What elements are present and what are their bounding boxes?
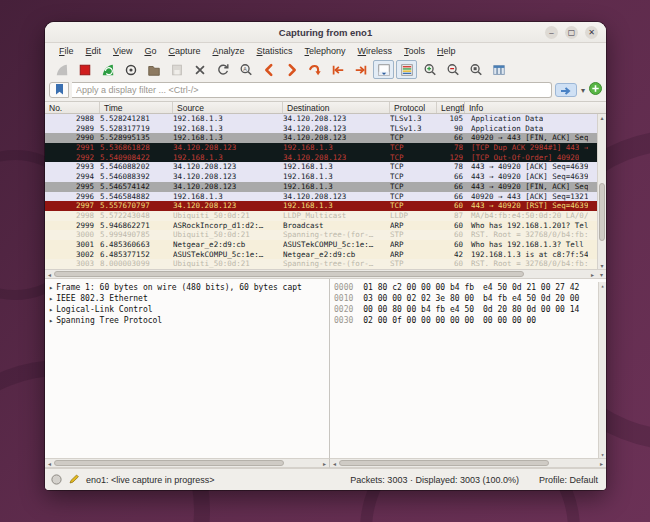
titlebar[interactable]: Capturing from eno1 –▢✕ (45, 22, 606, 43)
close-button[interactable]: ✕ (585, 26, 598, 39)
menu-view[interactable]: View (107, 46, 138, 56)
hex-offset: 0010 (334, 294, 363, 303)
packet-row-3000[interactable]: 30005.999490785Ubiquiti_50:0d:21Spanning… (45, 230, 597, 240)
bytes-hscrollbar[interactable]: ◂ ▸ (330, 458, 606, 468)
capture-stop-button[interactable] (74, 60, 95, 79)
capture-restart-button[interactable] (97, 60, 118, 79)
column-header-info[interactable]: Info (465, 102, 606, 113)
packet-row-2993[interactable]: 29935.54608820234.120.208.123192.168.1.3… (45, 162, 597, 172)
menu-wireless[interactable]: Wireless (352, 46, 399, 56)
menu-go[interactable]: Go (138, 46, 162, 56)
packet-row-3002[interactable]: 30026.485377152ASUSTekCOMPU_5c:1e:…Netge… (45, 250, 597, 260)
cell-proto: TCP (390, 143, 437, 153)
filter-dropdown-caret[interactable]: ▾ (580, 86, 586, 95)
expand-arrow-icon[interactable]: ▸ (47, 284, 56, 292)
column-header-destination[interactable]: Destination (283, 102, 390, 113)
cell-src: Ubiquiti_50:0d:21 (173, 211, 283, 221)
packet-row-2999[interactable]: 29995.946862271ASRockIncorp_d1:d2:…Broad… (45, 221, 597, 231)
capture-stop-icon (78, 63, 92, 77)
menu-help[interactable]: Help (431, 46, 462, 56)
profile-text[interactable]: Profile: Default (539, 475, 598, 485)
go-last-button[interactable] (350, 60, 371, 79)
packet-row-2994[interactable]: 29945.54608839234.120.208.123192.168.1.3… (45, 172, 597, 182)
expand-arrow-icon[interactable]: ▸ (47, 295, 56, 303)
expand-arrow-icon[interactable]: ▸ (47, 306, 56, 314)
packet-list-vscrollbar[interactable]: ▴ ▾ (597, 114, 606, 269)
bookmark-icon (55, 81, 64, 99)
hex-line-0000[interactable]: 000001 80 c2 00 00 00 b4 fbe4 50 0d 21 0… (334, 282, 598, 293)
cell-len: 42 (437, 250, 465, 260)
minimize-button[interactable]: – (545, 26, 558, 39)
go-to-packet-button[interactable] (304, 60, 325, 79)
packet-row-3003[interactable]: 30038.000003099Ubiquiti_50:0d:21Spanning… (45, 259, 597, 269)
reload-button[interactable] (212, 60, 233, 79)
cell-time: 6.485377152 (100, 250, 173, 260)
zoom-original-button[interactable] (465, 60, 486, 79)
go-back-icon (262, 63, 276, 77)
hex-line-0020[interactable]: 002000 00 80 00 b4 fb e4 500d 20 80 0d 0… (334, 304, 598, 315)
menu-analyze[interactable]: Analyze (206, 46, 250, 56)
cell-info: MA/b4:fb:e4:50:0d:20 LA/0/ (465, 211, 588, 221)
go-back-button[interactable] (258, 60, 279, 79)
column-header-time[interactable]: Time (100, 102, 173, 113)
go-last-icon (354, 63, 368, 77)
save-file-button[interactable] (166, 60, 187, 79)
colorize-icon (400, 63, 414, 77)
display-filter-input[interactable] (72, 82, 552, 98)
column-header-no[interactable]: No. (45, 102, 100, 113)
detail-line-1[interactable]: ▸IEEE 802.3 Ethernet (47, 293, 329, 304)
packet-row-2991[interactable]: 29915.53686182834.120.208.123192.168.1.3… (45, 143, 597, 153)
packet-row-2992[interactable]: 29925.540908422192.168.1.334.120.208.123… (45, 153, 597, 163)
find-packet-button[interactable]: A (235, 60, 256, 79)
zoom-in-button[interactable] (419, 60, 440, 79)
open-file-button[interactable] (143, 60, 164, 79)
packet-row-2996[interactable]: 29965.546584882192.168.1.334.120.208.123… (45, 192, 597, 202)
cell-len: 60 (437, 230, 465, 240)
go-forward-button[interactable] (281, 60, 302, 79)
hex-line-0030[interactable]: 003002 00 0f 00 00 00 00 0000 00 00 00 (334, 315, 598, 326)
go-first-button[interactable] (327, 60, 348, 79)
scroll-down-icon: ▾ (599, 451, 606, 458)
filter-bookmark-button[interactable] (49, 82, 69, 98)
auto-scroll-button[interactable] (373, 60, 394, 79)
packet-list-hscrollbar[interactable]: ◂ ▸ ▾ (45, 269, 606, 279)
hex-line-0010[interactable]: 001003 00 00 02 02 3e 80 00b4 fb e4 50 0… (334, 293, 598, 304)
menu-file[interactable]: File (53, 46, 80, 56)
cell-no: 3003 (45, 259, 100, 269)
resize-columns-button[interactable] (488, 60, 509, 79)
detail-line-3[interactable]: ▸Spanning Tree Protocol (47, 315, 329, 326)
detail-line-0[interactable]: ▸Frame 1: 60 bytes on wire (480 bits), 6… (47, 282, 329, 293)
menu-tools[interactable]: Tools (398, 46, 431, 56)
menu-edit[interactable]: Edit (80, 46, 108, 56)
detail-hscrollbar[interactable]: ◂ ▸ (45, 458, 330, 468)
capture-options-button[interactable] (120, 60, 141, 79)
add-filter-button[interactable] (589, 84, 602, 97)
menu-statistics[interactable]: Statistics (251, 46, 299, 56)
expert-info-button[interactable] (51, 474, 62, 485)
capture-comment-button[interactable] (68, 474, 80, 485)
packet-row-2998[interactable]: 29985.572243048Ubiquiti_50:0d:21LLDP_Mul… (45, 211, 597, 221)
packet-row-2988[interactable]: 29885.528241281192.168.1.334.120.208.123… (45, 114, 597, 124)
apply-filter-button[interactable] (555, 83, 577, 97)
cell-no: 2997 (45, 201, 100, 211)
column-header-length[interactable]: Length (437, 102, 465, 113)
packet-row-2995[interactable]: 29955.54657414234.120.208.123192.168.1.3… (45, 182, 597, 192)
cell-dst: 192.168.1.3 (283, 143, 390, 153)
packet-row-2990[interactable]: 29905.528995135192.168.1.334.120.208.123… (45, 133, 597, 143)
column-header-source[interactable]: Source (173, 102, 283, 113)
detail-line-2[interactable]: ▸Logical-Link Control (47, 304, 329, 315)
packet-row-2997[interactable]: 29975.55767079734.120.208.123192.168.1.3… (45, 201, 597, 211)
menu-telephony[interactable]: Telephony (299, 46, 352, 56)
expand-arrow-icon[interactable]: ▸ (47, 317, 56, 325)
colorize-button[interactable] (396, 60, 417, 79)
bytes-vscrollbar[interactable]: ▴ ▾ (598, 282, 606, 458)
packet-row-3001[interactable]: 30016.485360663Netgear_e2:d9:cbASUSTekCO… (45, 240, 597, 250)
maximize-button[interactable]: ▢ (565, 26, 578, 39)
menu-capture[interactable]: Capture (162, 46, 206, 56)
zoom-out-button[interactable] (442, 60, 463, 79)
column-header-protocol[interactable]: Protocol (390, 102, 437, 113)
capture-start-button[interactable] (51, 60, 72, 79)
close-file-button[interactable] (189, 60, 210, 79)
packet-row-2989[interactable]: 29895.528317719192.168.1.334.120.208.123… (45, 124, 597, 134)
capture-options-icon (124, 63, 138, 77)
